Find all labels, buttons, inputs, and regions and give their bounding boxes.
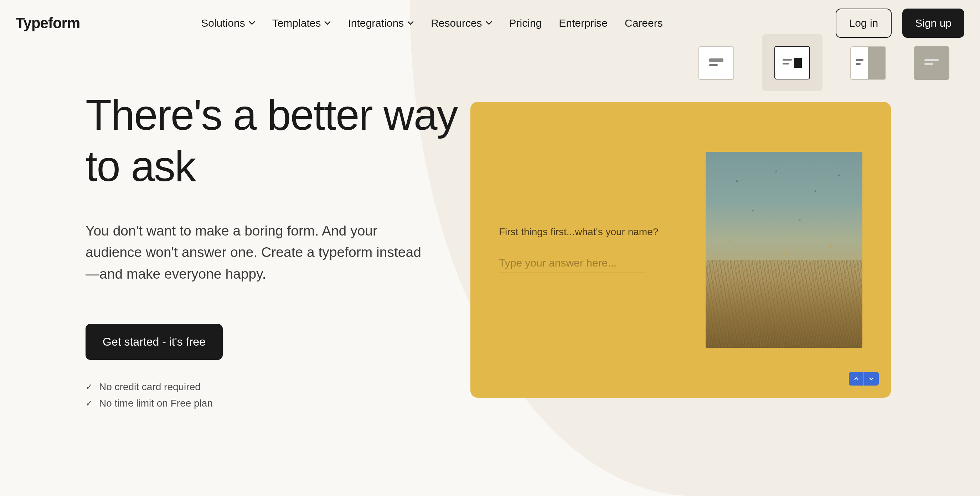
chevron-down-icon: [407, 21, 414, 25]
form-answer-input[interactable]: [499, 253, 645, 273]
form-question-area: First things first...what's your name?: [499, 226, 706, 273]
hero-headline: There's a better way to ask: [86, 89, 463, 192]
form-image: [706, 152, 862, 348]
feature-text: No time limit on Free plan: [99, 397, 213, 409]
chevron-down-icon: [486, 21, 492, 25]
layout-option-split[interactable]: [850, 46, 886, 80]
nav-label: Careers: [625, 17, 663, 29]
nav-label: Integrations: [348, 17, 404, 29]
layout-option-background[interactable]: [914, 46, 949, 80]
brand-logo[interactable]: Typeform: [16, 14, 80, 32]
hero-subtext: You don't want to make a boring form. An…: [86, 220, 428, 285]
form-preview: First things first...what's your name?: [470, 102, 891, 397]
check-icon: ✓: [86, 382, 93, 392]
chevron-down-icon: [324, 21, 331, 25]
nav-label: Templates: [272, 17, 321, 29]
form-nav-controls: [849, 372, 879, 386]
nav-resources[interactable]: Resources: [431, 17, 492, 29]
nav-label: Resources: [431, 17, 482, 29]
nav-solutions[interactable]: Solutions: [201, 17, 255, 29]
nav-enterprise[interactable]: Enterprise: [559, 17, 608, 29]
feature-text: No credit card required: [99, 381, 200, 393]
form-prev-button[interactable]: [849, 372, 864, 386]
nav-label: Solutions: [201, 17, 245, 29]
signup-button[interactable]: Sign up: [902, 8, 964, 38]
form-question-text: First things first...what's your name?: [499, 226, 706, 238]
hero-section: There's a better way to ask You don't wa…: [0, 46, 980, 414]
feature-item: ✓ No time limit on Free plan: [86, 397, 463, 409]
nav-integrations[interactable]: Integrations: [348, 17, 414, 29]
form-next-button[interactable]: [864, 372, 879, 386]
chevron-down-icon: [249, 21, 255, 25]
nav-templates[interactable]: Templates: [272, 17, 331, 29]
feature-list: ✓ No credit card required ✓ No time limi…: [86, 381, 463, 409]
nav-pricing[interactable]: Pricing: [509, 17, 542, 29]
hero-text-column: There's a better way to ask You don't wa…: [86, 89, 463, 414]
layout-option-centered[interactable]: [698, 46, 734, 80]
site-header: Typeform Solutions Templates Integration…: [0, 0, 980, 46]
nav-label: Pricing: [509, 17, 542, 29]
main-nav: Solutions Templates Integrations Resourc…: [201, 17, 662, 29]
login-button[interactable]: Log in: [836, 8, 892, 38]
auth-buttons: Log in Sign up: [836, 8, 965, 38]
chevron-up-icon: [854, 375, 859, 382]
hero-preview-column: First things first...what's your name?: [470, 46, 949, 397]
layout-picker: [698, 46, 949, 91]
check-icon: ✓: [86, 398, 93, 409]
nav-label: Enterprise: [559, 17, 608, 29]
nav-careers[interactable]: Careers: [625, 17, 663, 29]
chevron-down-icon: [869, 375, 874, 382]
get-started-button[interactable]: Get started - it's free: [86, 324, 223, 360]
feature-item: ✓ No credit card required: [86, 381, 463, 393]
